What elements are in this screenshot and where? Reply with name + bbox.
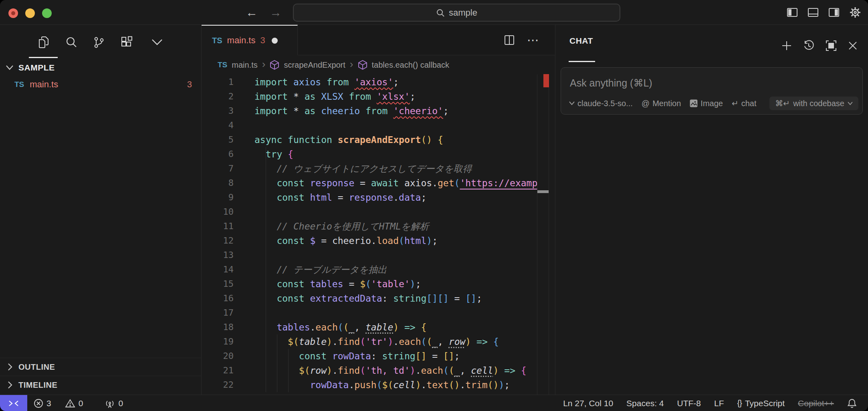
symbol-cube-icon [358, 60, 367, 70]
chat-submit-label: chat [741, 99, 757, 108]
code-line[interactable]: 19 $(table).find('tr').each((_, row) => … [202, 334, 555, 349]
line-number: 16 [202, 291, 234, 306]
cursor-position-button[interactable]: Ln 27, Col 10 [563, 399, 613, 408]
toggle-panel-button[interactable] [807, 6, 819, 18]
minimize-window-button[interactable] [25, 8, 35, 18]
code-line[interactable]: 17 [202, 306, 555, 320]
code-line[interactable]: 3import * as cheerio from 'cheerio'; [202, 104, 555, 118]
editor-more-actions-icon[interactable]: ⋯ [527, 35, 540, 45]
file-problems-badge: 3 [187, 79, 192, 90]
source-control-icon[interactable] [93, 36, 105, 49]
search-view-icon[interactable] [65, 36, 77, 48]
code-line[interactable]: 15 const tables = $('table'); [202, 277, 555, 291]
chat-history-icon[interactable] [803, 40, 814, 51]
code-line[interactable]: 16 const extractedData: string[][] = []; [202, 291, 555, 306]
notifications-bell-icon[interactable] [847, 398, 857, 409]
code-line[interactable]: 8 const response = await axios.get('http… [202, 176, 555, 190]
code-line[interactable]: 9 const html = response.data; [202, 190, 555, 205]
tab-label: main.ts [227, 35, 256, 46]
chat-input-box[interactable]: Ask anything (⌘L) claude-3.5-so... @ Men… [561, 67, 863, 115]
line-number: 17 [202, 306, 234, 320]
statusbar: 3 0 0 Ln 27, Col 10 Spaces: 4 UTF-8 LF [0, 395, 868, 411]
close-window-button[interactable] [8, 8, 18, 18]
tab-chat[interactable]: CHAT [569, 36, 593, 46]
indentation-button[interactable]: Spaces: 4 [626, 399, 664, 408]
toggle-left-sidebar-button[interactable] [786, 6, 798, 18]
code-editor[interactable]: 1import axios from 'axios';2import * as … [202, 75, 555, 395]
overview-ruler-error-mark [543, 74, 549, 87]
eol-button[interactable]: LF [714, 399, 724, 408]
settings-gear-icon[interactable] [849, 6, 862, 19]
indent-guide [277, 334, 277, 392]
code-line[interactable]: 22 rowData.push($(cell).text().trim()); [202, 378, 555, 392]
sidebar-section-sample[interactable]: SAMPLE [0, 59, 202, 76]
new-chat-icon[interactable] [781, 40, 792, 51]
code-line[interactable]: 1import axios from 'axios'; [202, 75, 555, 89]
sidebar-section-outline[interactable]: OUTLINE [0, 358, 202, 376]
extensions-icon[interactable] [120, 36, 133, 49]
line-number: 20 [202, 349, 234, 363]
line-number: 15 [202, 277, 234, 291]
error-icon [34, 399, 43, 408]
explorer-icon[interactable] [38, 36, 50, 49]
return-key-icon: ↵ [732, 99, 739, 108]
close-panel-icon[interactable] [848, 41, 858, 50]
expand-chat-icon[interactable] [826, 40, 837, 51]
language-mode-button[interactable]: {} TypeScript [737, 399, 785, 408]
timeline-label: TIMELINE [18, 381, 57, 390]
sidebar-file-main-ts[interactable]: TS main.ts 3 [0, 76, 202, 93]
breadcrumbs: TS main.ts › scrapeAndExport › tables.ea… [202, 55, 555, 75]
breadcrumb-symbol[interactable]: scrapeAndExport [284, 60, 345, 70]
sidebar-section-timeline[interactable]: TIMELINE [0, 376, 202, 394]
encoding-button[interactable]: UTF-8 [677, 399, 701, 408]
ports-count: 0 [118, 399, 123, 408]
code-line[interactable]: 2import * as XLSX from 'xlsx'; [202, 89, 555, 104]
history-forward-button[interactable]: → [268, 6, 284, 19]
code-line[interactable]: 5async function scrapeAndExport() { [202, 133, 555, 147]
editor-group: ⋯ TS main.ts 3 TS main.ts › scrapeAndExp… [202, 25, 555, 395]
remote-indicator-button[interactable] [0, 395, 27, 411]
line-number: 22 [202, 378, 234, 392]
indent-guide [288, 349, 289, 392]
tab-main-ts[interactable]: TS main.ts 3 [202, 25, 298, 55]
submit-chat-button[interactable]: ↵ chat [732, 99, 757, 108]
code-line[interactable]: 12 const $ = cheerio.load(html); [202, 234, 555, 248]
code-line[interactable]: 7 // ウェブサイトにアクセスしてデータを取得 [202, 161, 555, 176]
breadcrumb-file[interactable]: main.ts [232, 60, 257, 70]
breadcrumb-symbol[interactable]: tables.each() callback [372, 60, 449, 70]
problems-button[interactable]: 3 0 [34, 399, 83, 408]
command-center-search[interactable]: sample [293, 4, 620, 22]
more-views-chevron-icon[interactable] [151, 38, 163, 46]
scrollbar-track-border [537, 75, 537, 395]
model-selector[interactable]: claude-3.5-so... [569, 99, 633, 108]
tab-problems-badge: 3 [260, 35, 265, 46]
typescript-file-icon: TS [14, 80, 24, 89]
line-number: 11 [202, 219, 234, 234]
code-line[interactable]: 21 $(row).find('th, td').each((_, cell) … [202, 363, 555, 378]
line-number: 9 [202, 190, 234, 205]
code-line[interactable]: 6 try { [202, 147, 555, 161]
code-line[interactable]: 18 tables.each((_, table) => { [202, 320, 555, 334]
zoom-window-button[interactable] [42, 8, 52, 18]
toggle-right-sidebar-button[interactable] [828, 6, 840, 18]
split-editor-icon[interactable] [504, 34, 515, 46]
history-back-button[interactable]: ← [244, 6, 260, 19]
code-line[interactable]: 20 const rowData: string[] = []; [202, 349, 555, 363]
with-codebase-button[interactable]: ⌘↵ with codebase [769, 97, 858, 110]
code-line[interactable]: 14 // テーブルデータを抽出 [202, 262, 555, 277]
image-button[interactable]: Image [690, 99, 723, 108]
warning-count: 0 [79, 399, 83, 408]
codebase-label: with codebase [793, 99, 844, 108]
code-line[interactable]: 13 [202, 248, 555, 262]
code-line[interactable]: 11 // Cheerioを使用してHTMLを解析 [202, 219, 555, 234]
code-line[interactable]: 10 [202, 205, 555, 219]
line-number: 4 [202, 118, 234, 133]
line-number: 7 [202, 161, 234, 176]
code-line[interactable]: 4 [202, 118, 555, 133]
line-number: 21 [202, 363, 234, 378]
ports-button[interactable]: 0 [105, 398, 123, 409]
search-value: sample [449, 8, 477, 18]
mention-button[interactable]: @ Mention [642, 99, 681, 108]
dirty-indicator-dot[interactable] [272, 38, 278, 44]
copilot-button[interactable]: Copilot++ [798, 399, 834, 408]
